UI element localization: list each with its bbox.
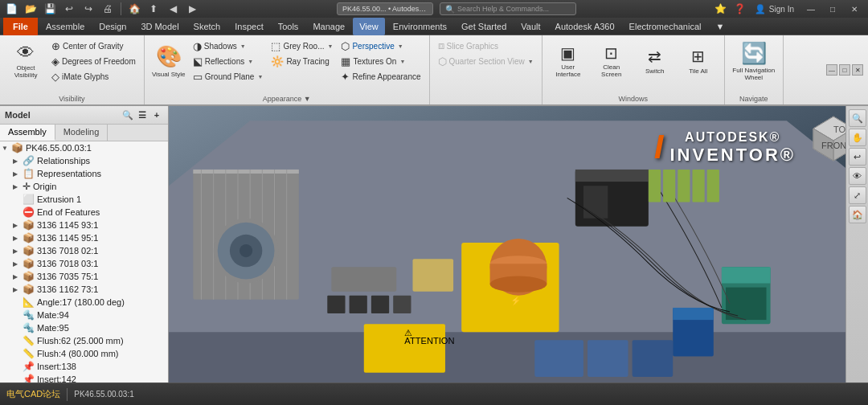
menu-design[interactable]: Design [92,18,133,35]
forward-button[interactable]: ▶ [184,1,200,17]
ray-tracing-button[interactable]: 🔆 Ray Tracing [268,54,336,68]
menu-vault[interactable]: Vault [514,18,547,35]
perspective-icon: ⬡ [341,40,350,52]
svg-rect-4 [193,170,299,174]
tree-item-root[interactable]: ▼ 📦 PK46.55.00.03:1 [0,141,168,154]
restore-window-button[interactable]: □ [822,0,843,18]
nav-home-button[interactable]: 🏠 [849,206,866,223]
object-visibility-button[interactable]: 👁 ObjectVisibility [5,39,47,84]
tile-all-button[interactable]: ⊞ Tile All [678,39,719,84]
redo-button[interactable]: ↪ [80,1,96,17]
svg-rect-48 [633,340,674,377]
menu-autodesk-a360[interactable]: Autodesk A360 [549,18,621,35]
nav-look-button[interactable]: 👁 [849,167,866,185]
menu-sketch[interactable]: Sketch [187,18,227,35]
panel-search-button[interactable]: 🔍 [121,108,134,121]
undo-button[interactable]: ↩ [61,1,77,17]
clean-screen-button[interactable]: ⊡ CleanScreen [591,39,633,84]
tree-item-mate-95[interactable]: 🔩 Mate:95 [0,321,168,334]
help-button[interactable]: ❓ [732,1,748,17]
tree-item-relationships[interactable]: ▶ 🔗 Relationships [0,154,168,167]
tree-item-angle-17[interactable]: 📐 Angle:17 (180.00 deg) [0,296,168,309]
nav-pan-button[interactable]: ✋ [849,129,866,146]
quarter-section-button[interactable]: ⬡ Quarter Section View ▼ [435,54,537,68]
tree-item-representations[interactable]: ▶ 📋 Representations [0,167,168,180]
visual-style-button[interactable]: 🎨 Visual Style [149,39,188,84]
favorites-button[interactable]: ⭐ [713,1,729,17]
tree-item-3136-1145-93[interactable]: ▶ 📦 3136 1145 93:1 [0,219,168,231]
ribbon-restore-button[interactable]: □ [839,64,850,76]
slice-graphics-button[interactable]: ⧈ Slice Graphics [435,39,537,53]
print-button[interactable]: 🖨 [100,1,116,17]
menu-assemble[interactable]: Assemble [39,18,91,35]
tree-item-mate-94[interactable]: 🔩 Mate:94 [0,309,168,321]
refine-appearance-button[interactable]: ✦ Refine Appearance [338,69,424,84]
tree-item-end-features[interactable]: ⛔ End of Features [0,206,168,219]
home-button[interactable]: 🏠 [126,1,142,17]
tree-item-origin[interactable]: ▶ ✛ Origin [0,180,168,193]
signin-area[interactable]: 👤 Sign In [751,4,797,14]
tree-item-3136-7035-75[interactable]: ▶ 📦 3136 7035 75:1 [0,270,168,283]
ribbon-close-button[interactable]: ✕ [852,64,863,76]
tree-item-3136-7018-02[interactable]: ▶ 📦 3136 7018 02:1 [0,244,168,257]
svg-rect-35 [371,296,389,313]
menu-view[interactable]: View [353,18,385,35]
menu-inspect[interactable]: Inspect [228,18,269,35]
textures-on-button[interactable]: ▦ Textures On ▼ [338,54,424,68]
center-gravity-button[interactable]: ⊕ Center of Gravity [48,39,139,53]
back-button[interactable]: ◀ [165,1,181,17]
status-info: PK46.55.00.03:1 [74,390,134,399]
tree-item-insert-138[interactable]: 📌 Insert:138 [0,360,168,373]
panel-menu-button[interactable]: ☰ [136,108,149,121]
ground-plane-button[interactable]: ▭ Ground Plane ▼ [190,69,267,84]
tree-item-3136-1162-73[interactable]: ▶ 📦 3136 1162 73:1 [0,283,168,296]
panel-add-tab-button[interactable]: + [150,108,163,121]
minimize-window-button[interactable]: — [800,0,821,18]
menu-more[interactable]: ▼ [709,18,731,35]
menu-3dmodel[interactable]: 3D Model [135,18,186,35]
full-nav-wheel-button[interactable]: 🔄 Full NavigationWheel [730,39,778,84]
menu-electromechanical[interactable]: Electromechanical [623,18,708,35]
up-button[interactable]: ⬆ [145,1,162,17]
user-interface-button[interactable]: ▣ UserInterface [547,39,589,84]
file-menu-button[interactable]: File [3,18,38,35]
search-box[interactable]: 🔍 Search Help & Commands... [440,2,576,15]
navigate-group-label: Navigate [730,93,778,103]
degrees-freedom-button[interactable]: ◈ Degrees of Freedom [48,54,139,68]
nav-zoom-button[interactable]: 🔍 [849,109,866,127]
open-button[interactable]: 📂 [23,1,39,17]
tree-item-3136-7018-03[interactable]: ▶ 📦 3136 7018 03:1 [0,257,168,270]
nav-zoom-all-button[interactable]: ⤢ [849,186,866,204]
main-content: Model 🔍 ☰ + Assembly Modeling ▼ 📦 PK46.5… [0,106,868,382]
window-controls: — □ ✕ [800,0,865,18]
menu-getstarted[interactable]: Get Started [455,18,513,35]
save-button[interactable]: 💾 [42,1,58,17]
nav-orbit-button[interactable]: ↩ [849,148,866,166]
imate-glyphs-button[interactable]: ◇ iMate Glyphs [48,69,139,84]
shadows-button[interactable]: ◑ Shadows ▼ [190,39,267,53]
visual-style-icon: 🎨 [156,44,182,69]
tree-item-flush-4[interactable]: 📏 Flush:4 (80.000 mm) [0,347,168,360]
new-button[interactable]: 📄 [3,1,19,17]
ribbon-group-windows: ▣ UserInterface ⊡ CleanScreen ⇄ Switch ⊞… [542,35,725,104]
tree-item-insert-142[interactable]: 📌 Insert:142 [0,373,168,382]
switch-button[interactable]: ⇄ Switch [634,39,676,84]
tree-item-flush-62[interactable]: 📏 Flush:62 (25.000 mm) [0,334,168,347]
user-interface-icon: ▣ [560,43,575,63]
tab-modeling[interactable]: Modeling [55,125,108,141]
menu-tools[interactable]: Tools [272,18,305,35]
menu-environments[interactable]: Environments [387,18,453,35]
shadows-icon: ◑ [193,40,202,52]
tab-assembly[interactable]: Assembly [0,125,55,141]
svg-rect-33 [327,296,345,313]
ribbon-minimize-button[interactable]: — [826,64,837,76]
viewport[interactable]: ⚡ ⚠ ATTENTION [169,106,868,382]
grey-room-button[interactable]: ⬚ Grey Roo... ▼ [268,39,336,53]
perspective-button[interactable]: ⬡ Perspective ▼ [338,39,424,53]
reflections-button[interactable]: ⬕ Reflections ▼ [190,54,267,68]
tree-item-3136-1145-95[interactable]: ▶ 📦 3136 1145 95:1 [0,231,168,244]
menu-manage[interactable]: Manage [306,18,351,35]
close-window-button[interactable]: ✕ [844,0,865,18]
ribbon-group-visibility: 👁 ObjectVisibility ⊕ Center of Gravity ◈… [0,35,145,104]
tree-item-extrusion1[interactable]: ⬜ Extrusion 1 [0,193,168,206]
